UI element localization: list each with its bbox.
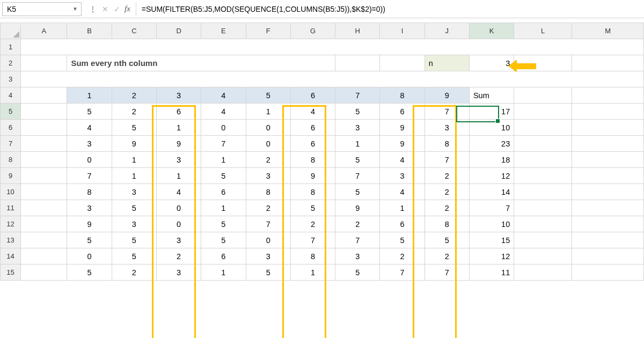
data-cell[interactable]: 1 — [246, 104, 290, 120]
data-cell[interactable]: 4 — [156, 184, 201, 200]
data-cell[interactable]: 6 — [201, 184, 246, 200]
data-cell[interactable]: 3 — [246, 248, 290, 264]
data-cell[interactable]: 1 — [201, 152, 246, 168]
col-header-L[interactable]: L — [514, 23, 572, 39]
data-cell[interactable]: 3 — [335, 120, 380, 136]
data-cell[interactable]: 10 — [469, 216, 514, 232]
data-cell[interactable]: 0 — [156, 200, 201, 216]
data-cell[interactable]: 8 — [290, 248, 335, 264]
data-cell[interactable]: 4 — [67, 120, 112, 136]
data-cell[interactable]: 11 — [469, 264, 514, 281]
data-cell[interactable]: 3 — [112, 216, 156, 232]
data-cell[interactable]: 1 — [201, 200, 246, 216]
data-cell[interactable]: 5 — [201, 216, 246, 232]
formula-input[interactable] — [136, 2, 644, 16]
row-header-12[interactable]: 12 — [1, 216, 21, 232]
data-cell[interactable]: 5 — [335, 152, 380, 168]
data-cell[interactable]: 5 — [246, 264, 290, 281]
data-cell[interactable]: 5 — [112, 200, 156, 216]
data-cell[interactable]: 4 — [380, 184, 425, 200]
data-cell[interactable]: 8 — [290, 184, 335, 200]
spreadsheet-grid[interactable]: A B C D E F G H I J K L M 1 2 Sum every … — [0, 23, 644, 281]
data-cell[interactable]: 5 — [112, 120, 156, 136]
data-cell[interactable]: 1 — [335, 136, 380, 152]
data-cell[interactable]: 7 — [335, 232, 380, 248]
data-cell[interactable]: 2 — [246, 152, 290, 168]
data-cell[interactable]: 5 — [112, 232, 156, 248]
data-cell[interactable]: 1 — [156, 120, 201, 136]
data-cell[interactable]: 7 — [67, 168, 112, 184]
data-cell[interactable]: 8 — [67, 184, 112, 200]
data-cell[interactable]: 6 — [290, 120, 335, 136]
more-icon[interactable]: ⋮ — [89, 5, 97, 13]
data-cell[interactable]: 3 — [246, 168, 290, 184]
data-cell[interactable]: 5 — [201, 232, 246, 248]
row-header-11[interactable]: 11 — [1, 200, 21, 216]
row-header-13[interactable]: 13 — [1, 232, 21, 248]
data-cell[interactable]: 2 — [425, 200, 469, 216]
data-cell[interactable]: 9 — [380, 136, 425, 152]
data-cell[interactable]: 3 — [112, 184, 156, 200]
data-cell[interactable]: 5 — [201, 168, 246, 184]
data-cell[interactable]: 1 — [112, 152, 156, 168]
data-cell[interactable]: 9 — [112, 136, 156, 152]
select-all-corner[interactable] — [1, 23, 21, 39]
data-cell[interactable]: 9 — [290, 168, 335, 184]
data-cell[interactable]: 7 — [201, 136, 246, 152]
data-cell[interactable]: 18 — [469, 152, 514, 168]
data-cell[interactable]: 2 — [112, 104, 156, 120]
data-cell[interactable]: 7 — [425, 152, 469, 168]
data-cell[interactable]: 6 — [380, 104, 425, 120]
col-header-F[interactable]: F — [246, 23, 290, 39]
data-cell[interactable]: 5 — [67, 264, 112, 281]
data-cell[interactable]: 0 — [246, 136, 290, 152]
data-cell[interactable]: 5 — [335, 184, 380, 200]
row-header-5[interactable]: 5 — [1, 104, 21, 120]
data-cell[interactable]: 6 — [156, 104, 201, 120]
col-header-D[interactable]: D — [156, 23, 201, 39]
col-header-M[interactable]: M — [572, 23, 644, 39]
row-header-10[interactable]: 10 — [1, 184, 21, 200]
data-cell[interactable]: 5 — [380, 232, 425, 248]
data-cell[interactable]: 3 — [67, 200, 112, 216]
row-header-9[interactable]: 9 — [1, 168, 21, 184]
data-cell[interactable]: 9 — [67, 216, 112, 232]
chevron-down-icon[interactable]: ▼ — [72, 6, 78, 12]
col-header-A[interactable]: A — [21, 23, 67, 39]
col-header-B[interactable]: B — [67, 23, 112, 39]
data-cell[interactable]: 2 — [425, 184, 469, 200]
data-cell[interactable]: 3 — [67, 136, 112, 152]
col-header-I[interactable]: I — [380, 23, 425, 39]
data-cell[interactable]: 5 — [290, 200, 335, 216]
row-header-7[interactable]: 7 — [1, 136, 21, 152]
data-cell[interactable]: 14 — [469, 184, 514, 200]
data-cell[interactable]: 7 — [290, 232, 335, 248]
row-header-15[interactable]: 15 — [1, 264, 21, 281]
data-cell[interactable]: 1 — [201, 264, 246, 281]
data-cell[interactable]: 8 — [425, 136, 469, 152]
data-cell[interactable]: 0 — [67, 152, 112, 168]
data-cell[interactable]: 7 — [246, 216, 290, 232]
data-cell[interactable]: 2 — [246, 200, 290, 216]
row-header-8[interactable]: 8 — [1, 152, 21, 168]
data-cell[interactable]: 9 — [380, 120, 425, 136]
row-header-1[interactable]: 1 — [1, 39, 21, 55]
data-cell[interactable]: 1 — [112, 168, 156, 184]
row-header-14[interactable]: 14 — [1, 248, 21, 264]
col-header-G[interactable]: G — [290, 23, 335, 39]
data-cell[interactable]: 6 — [290, 136, 335, 152]
data-cell[interactable]: 8 — [246, 184, 290, 200]
data-cell[interactable]: 2 — [112, 264, 156, 281]
data-cell[interactable]: 0 — [246, 120, 290, 136]
data-cell[interactable]: 4 — [380, 152, 425, 168]
data-cell[interactable]: 5 — [112, 248, 156, 264]
data-cell[interactable]: 9 — [156, 136, 201, 152]
data-cell[interactable]: 5 — [335, 104, 380, 120]
data-cell[interactable]: 23 — [469, 136, 514, 152]
row-header-4[interactable]: 4 — [1, 87, 21, 104]
data-cell[interactable]: 0 — [67, 248, 112, 264]
data-cell[interactable]: 17 — [469, 104, 514, 120]
data-cell[interactable]: 3 — [156, 264, 201, 281]
data-cell[interactable]: 12 — [469, 168, 514, 184]
col-header-E[interactable]: E — [201, 23, 246, 39]
